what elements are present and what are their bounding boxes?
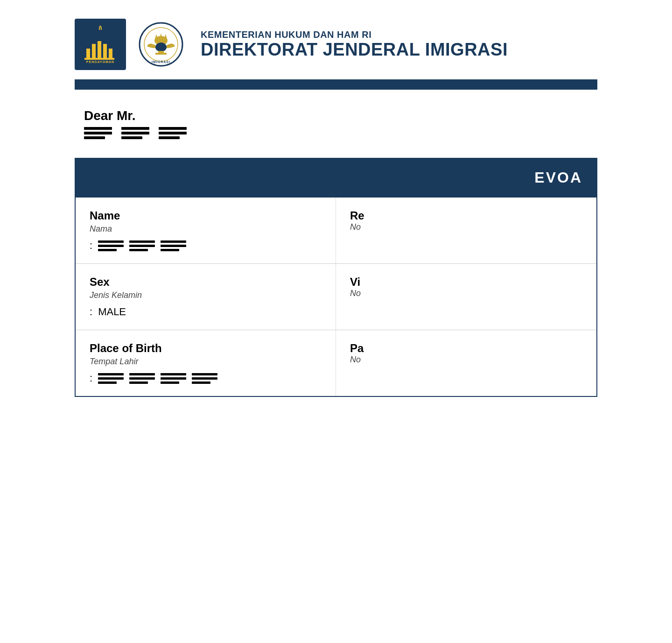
- redacted-line: [98, 249, 117, 251]
- dear-redacted-name: [84, 127, 588, 139]
- svg-rect-5: [84, 58, 114, 60]
- name-value: :: [90, 240, 322, 252]
- right-sublabel-no: No: [350, 222, 582, 232]
- redacted-line: [121, 132, 149, 134]
- redacted-line: [159, 136, 180, 139]
- dear-title: Dear Mr.: [84, 108, 588, 123]
- redacted-line: [159, 127, 187, 130]
- redacted-line: [84, 132, 112, 134]
- svg-rect-14: [155, 53, 167, 55]
- svg-rect-1: [92, 44, 96, 59]
- table-row: Place of Birth Tempat Lahir :: [76, 330, 596, 396]
- page-container: PENGAYOMAN: [0, 0, 672, 416]
- right-label-vi: Vi: [350, 276, 582, 289]
- sex-cell-right: Vi No: [336, 264, 596, 330]
- dear-section: Dear Mr.: [75, 108, 597, 139]
- evoa-table-header: EVOA: [76, 159, 596, 197]
- svg-rect-2: [98, 41, 101, 59]
- name-cell-right: Re No: [336, 198, 596, 263]
- name-redacted-1: [98, 240, 124, 251]
- redacted-line: [84, 136, 105, 139]
- sex-value: : MALE: [90, 306, 322, 318]
- redacted-block-3: [159, 127, 187, 139]
- header-titles: KEMENTERIAN HUKUM DAN HAM RI DIREKTORAT …: [201, 29, 508, 60]
- header: PENGAYOMAN: [75, 19, 597, 70]
- logo-pengayoman: PENGAYOMAN: [75, 19, 126, 70]
- svg-point-12: [155, 42, 167, 52]
- redacted-line: [84, 127, 112, 130]
- table-row: Name Nama :: [76, 197, 596, 263]
- name-label: Name: [90, 209, 322, 222]
- logo-imigrasi: IMIGRASI: [135, 19, 187, 70]
- page-wrapper: PENGAYOMAN: [0, 0, 672, 416]
- sex-label: Sex: [90, 276, 322, 289]
- colon: :: [90, 372, 92, 384]
- right-sublabel-no: No: [350, 355, 582, 365]
- pob-redacted-2: [129, 373, 155, 384]
- sex-value-text: MALE: [98, 306, 126, 318]
- redacted-line: [159, 132, 187, 134]
- header-subtitle: KEMENTERIAN HUKUM DAN HAM RI: [201, 29, 508, 40]
- svg-rect-3: [103, 44, 107, 59]
- sex-sublabel: Jenis Kelamin: [90, 290, 322, 300]
- sex-cell-left: Sex Jenis Kelamin : MALE: [76, 264, 336, 330]
- redacted-block-1: [84, 127, 112, 139]
- redacted-line: [121, 127, 149, 130]
- pob-sublabel: Tempat Lahir: [90, 357, 322, 367]
- right-label-re: Re: [350, 209, 582, 222]
- redacted-line: [98, 240, 124, 243]
- pob-cell-left: Place of Birth Tempat Lahir :: [76, 330, 336, 396]
- svg-text:IMIGRASI: IMIGRASI: [152, 60, 170, 64]
- name-redacted-2: [129, 240, 155, 251]
- redacted-block-2: [121, 127, 149, 139]
- right-sublabel-no: No: [350, 289, 582, 298]
- header-title: DIREKTORAT JENDERAL IMIGRASI: [201, 40, 508, 60]
- pob-cell-right: Pa No: [336, 330, 596, 396]
- name-cell-left: Name Nama :: [76, 198, 336, 263]
- pob-redacted-3: [161, 373, 186, 384]
- pob-value: :: [90, 372, 322, 384]
- evoa-table: EVOA Name Nama :: [75, 158, 597, 397]
- colon: :: [90, 240, 92, 252]
- pob-label: Place of Birth: [90, 342, 322, 355]
- svg-rect-4: [109, 49, 112, 59]
- pob-redacted-4: [192, 373, 217, 384]
- table-row: Sex Jenis Kelamin : MALE Vi No: [76, 263, 596, 330]
- svg-rect-0: [86, 49, 90, 59]
- pob-redacted-1: [98, 373, 124, 384]
- divider-bar: [75, 79, 597, 90]
- right-label-pa: Pa: [350, 342, 582, 355]
- redacted-line: [121, 136, 142, 139]
- redacted-line: [98, 245, 124, 247]
- name-sublabel: Nama: [90, 224, 322, 234]
- evoa-title: EVOA: [534, 169, 582, 186]
- colon: :: [90, 306, 92, 318]
- name-redacted-3: [161, 240, 186, 251]
